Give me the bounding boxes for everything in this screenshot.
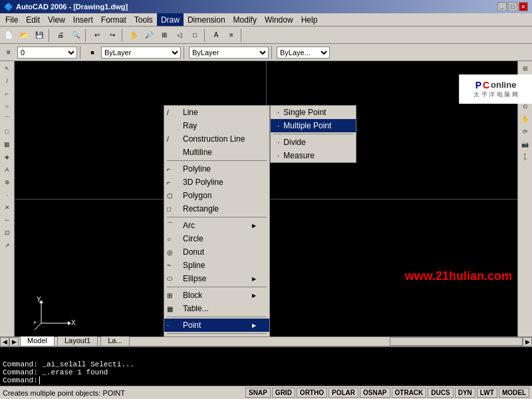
tb-pan[interactable]: ✋ [126, 28, 141, 43]
ducs-btn[interactable]: DUCS [428, 388, 453, 398]
polar-btn[interactable]: POLAR [329, 388, 358, 398]
single-point-icon: · [277, 108, 279, 117]
psm-single-point[interactable]: · Single Point [271, 106, 356, 119]
psm-measure[interactable]: · Measure [271, 149, 356, 162]
lt-insert[interactable]: ⊕ [1, 176, 13, 188]
rt-pan[interactable]: ✋ [519, 113, 531, 125]
dm-block[interactable]: ⊞Block [164, 289, 269, 302]
menu-tools[interactable]: Tools [130, 13, 157, 26]
lt-arc[interactable]: ⌒ [1, 113, 13, 125]
lt-circle[interactable]: ○ [1, 100, 13, 112]
rt-cam[interactable]: 📷 [519, 138, 531, 150]
measure-icon: · [277, 151, 279, 160]
color-btn[interactable]: ■ [85, 45, 100, 60]
tb-zoom[interactable]: 🔎 [142, 28, 156, 43]
dm-donut[interactable]: ◎Donut [164, 245, 269, 259]
status-text: Creates multiple point objects: POINT [3, 389, 125, 397]
menu-insert[interactable]: Insert [69, 13, 97, 26]
lt-rect[interactable]: □ [1, 126, 13, 138]
menu-window[interactable]: Window [261, 13, 297, 26]
dm-line[interactable]: /Line [164, 106, 269, 119]
toolbar1: 📄 📂 💾 🖨 🔍 ↩ ↪ ✋ 🔎 ⊞ ◁ □ A ≡ [0, 27, 532, 44]
lt-line[interactable]: / [1, 75, 13, 87]
lt-tolerance[interactable]: ⊡ [1, 227, 13, 239]
menu-view[interactable]: View [44, 13, 69, 26]
menu-edit[interactable]: Edit [22, 13, 44, 26]
dyn-btn[interactable]: DYN [455, 388, 475, 398]
lt-hatch[interactable]: ▦ [1, 138, 13, 150]
dm-hatch[interactable]: ▦Hatch... [164, 335, 269, 336]
tb-undo[interactable]: ↩ [90, 28, 104, 43]
menu-file[interactable]: File [1, 13, 22, 26]
command-input-area[interactable]: Command: [3, 376, 529, 384]
dm-spline[interactable]: ~Spline [164, 259, 269, 272]
dm-table[interactable]: ▦Table... [164, 302, 269, 315]
rt-zoom-win[interactable]: ⊞ [519, 63, 531, 74]
lt-select[interactable]: ↖ [1, 63, 13, 74]
dm-sep1 [167, 160, 267, 161]
lt-leader[interactable]: ↗ [1, 239, 13, 251]
dm-rectangle[interactable]: □Rectangle [164, 202, 269, 215]
lt-dim[interactable]: ↔ [1, 214, 13, 226]
tb-save[interactable]: 💾 [32, 28, 47, 43]
tb-open[interactable]: 📂 [17, 28, 31, 43]
dm-polygon[interactable]: ⬡Polygon [164, 189, 269, 202]
close-button[interactable]: × [519, 2, 528, 11]
watermark: www.21hulian.com [405, 269, 512, 283]
menu-draw[interactable]: Draw [157, 13, 184, 26]
ortho-btn[interactable]: ORTHO [297, 388, 327, 398]
layer-dropdown[interactable]: 0 [17, 47, 77, 59]
psm-divide[interactable]: · Divide [271, 136, 356, 149]
grid-btn[interactable]: GRID [272, 388, 295, 398]
dm-sep4 [167, 317, 267, 317]
dm-construction-line[interactable]: /Construction Line [164, 132, 269, 146]
minimize-button[interactable]: _ [497, 2, 507, 11]
tb-zoom-prev[interactable]: ◁ [172, 28, 187, 43]
maximize-button[interactable]: □ [508, 2, 517, 11]
dm-polyline[interactable]: ⌐Polyline [164, 162, 269, 176]
dm-3d-polyline[interactable]: ⌐3D Polyline [164, 176, 269, 189]
rt-walk[interactable]: 🚶 [519, 151, 531, 163]
layer-manager-btn[interactable]: ≡ [1, 45, 16, 60]
model-btn[interactable]: MODEL [499, 388, 529, 398]
lt-construct[interactable]: ✕ [1, 201, 13, 213]
dm-point[interactable]: ·Point [164, 319, 269, 332]
hscroll-track[interactable] [390, 337, 523, 346]
osnap-btn[interactable]: OSNAP [360, 388, 390, 398]
psm-multiple-point[interactable]: · Multiple Point [271, 119, 356, 132]
toolbar2-sep1 [80, 46, 82, 59]
tb-new[interactable]: 📄 [1, 28, 16, 43]
dm-multiline[interactable]: Multiline [164, 146, 269, 159]
menu-format[interactable]: Format [97, 13, 130, 26]
tb-preview[interactable]: 🔍 [68, 28, 83, 43]
tb-match[interactable]: ≡ [224, 28, 239, 43]
menu-help[interactable]: Help [297, 13, 322, 26]
linetype-dropdown[interactable]: ByLayer [189, 47, 269, 59]
hscroll-right[interactable]: ▶ [523, 337, 532, 346]
lt-region[interactable]: ◈ [1, 151, 13, 163]
dm-sep5 [167, 333, 267, 334]
measure-label: Measure [283, 151, 315, 160]
scroll-left-btn[interactable]: ◀ [0, 337, 9, 346]
menu-dimension[interactable]: Dimension [184, 13, 229, 26]
tb-print[interactable]: 🖨 [53, 28, 68, 43]
lt-text[interactable]: A [1, 164, 13, 176]
dm-arc[interactable]: ⌒Arc [164, 219, 269, 232]
tb-redo[interactable]: ↪ [105, 28, 120, 43]
dm-ellipse[interactable]: ⬭Ellipse [164, 272, 269, 285]
snap-btn[interactable]: SNAP [245, 388, 271, 398]
tb-text[interactable]: A [209, 28, 223, 43]
scroll-right-btn[interactable]: ▶ [9, 337, 19, 346]
rt-orbit[interactable]: ⟳ [519, 126, 531, 138]
color-dropdown[interactable]: ByLayer [101, 47, 181, 59]
tb-zoomall[interactable]: ⊞ [157, 28, 172, 43]
lineweight-dropdown[interactable]: ByLaye... [277, 47, 330, 59]
tb-zoom-win[interactable]: □ [188, 28, 202, 43]
lwt-btn[interactable]: LWT [477, 388, 497, 398]
otrack-btn[interactable]: OTRACK [392, 388, 427, 398]
lt-point[interactable]: · [1, 189, 13, 201]
dm-circle[interactable]: ○Circle [164, 232, 269, 245]
menu-modify[interactable]: Modify [229, 13, 261, 26]
dm-ray[interactable]: Ray [164, 119, 269, 132]
lt-polyline[interactable]: ⌐ [1, 88, 13, 100]
